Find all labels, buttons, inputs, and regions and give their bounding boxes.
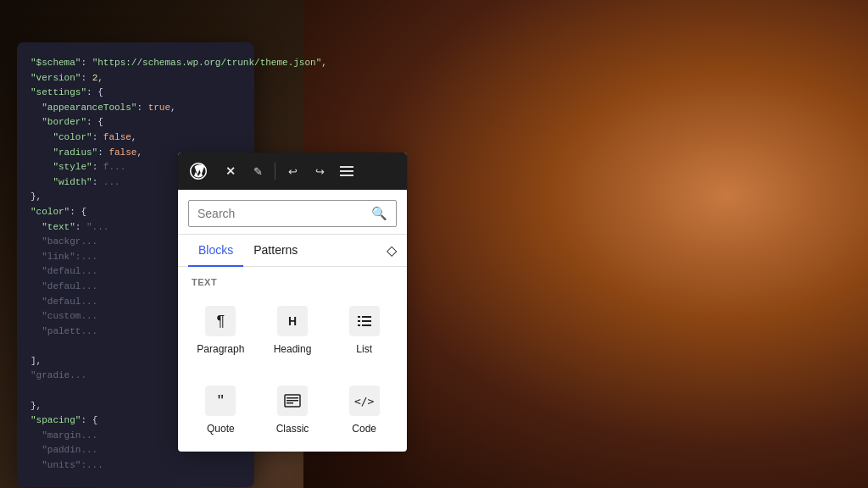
heading-label: Heading — [274, 343, 312, 355]
list-view-button[interactable] — [335, 159, 359, 183]
block-item-quote[interactable]: " Quote — [185, 375, 257, 441]
search-input[interactable] — [198, 207, 371, 220]
svg-rect-0 — [340, 166, 353, 168]
code-icon: </> — [349, 385, 380, 416]
wp-logo — [185, 158, 212, 185]
toolbar-separator — [275, 163, 275, 180]
svg-rect-2 — [340, 175, 353, 176]
redo-button[interactable]: ↪ — [308, 159, 331, 183]
section-label-text: TEXT — [178, 267, 407, 292]
blocks-grid-row2: " Quote Classic </> Code — [178, 372, 407, 452]
quote-label: Quote — [207, 423, 235, 435]
wp-toolbar: ✕ ✎ ↩ ↪ — [178, 152, 407, 190]
classic-icon — [277, 385, 308, 416]
tabs-row: Blocks Patterns ◇ — [178, 235, 407, 267]
search-wrapper: 🔍 — [188, 200, 397, 227]
media-icon[interactable]: ◇ — [376, 236, 397, 265]
wp-block-inserter-panel: ✕ ✎ ↩ ↪ 🔍 Blocks Patterns ◇ TEXT — [178, 152, 407, 452]
close-button[interactable]: ✕ — [219, 159, 242, 183]
classic-label: Classic — [276, 423, 309, 435]
search-area: 🔍 — [178, 190, 407, 235]
tab-blocks[interactable]: Blocks — [188, 235, 243, 267]
paragraph-icon: ¶ — [205, 306, 236, 336]
paragraph-label: Paragraph — [197, 343, 244, 355]
undo-button[interactable]: ↩ — [281, 159, 304, 183]
pencil-button[interactable]: ✎ — [246, 159, 270, 183]
panel-body: 🔍 Blocks Patterns ◇ TEXT ¶ Paragraph H H… — [178, 190, 407, 452]
code-label: Code — [352, 423, 376, 435]
svg-rect-5 — [358, 320, 360, 322]
list-label: List — [356, 343, 372, 355]
svg-rect-6 — [362, 320, 371, 322]
svg-rect-1 — [340, 170, 353, 172]
search-icon: 🔍 — [371, 206, 387, 221]
heading-icon: H — [277, 306, 308, 336]
svg-rect-3 — [358, 316, 360, 318]
svg-rect-10 — [287, 397, 298, 399]
tab-patterns[interactable]: Patterns — [243, 235, 308, 267]
svg-rect-8 — [362, 324, 371, 326]
svg-rect-11 — [287, 400, 298, 402]
svg-rect-12 — [287, 402, 293, 404]
wordpress-icon — [188, 161, 209, 181]
block-item-list[interactable]: List — [328, 296, 400, 362]
svg-rect-4 — [362, 316, 371, 318]
svg-rect-7 — [358, 324, 360, 326]
list-icon — [349, 306, 380, 336]
block-item-heading[interactable]: H Heading — [257, 296, 329, 362]
blocks-grid-row1: ¶ Paragraph H Heading — [178, 292, 407, 372]
block-item-code[interactable]: </> Code — [328, 375, 400, 441]
quote-icon: " — [205, 385, 236, 416]
block-item-paragraph[interactable]: ¶ Paragraph — [185, 296, 257, 362]
block-item-classic[interactable]: Classic — [257, 375, 329, 441]
